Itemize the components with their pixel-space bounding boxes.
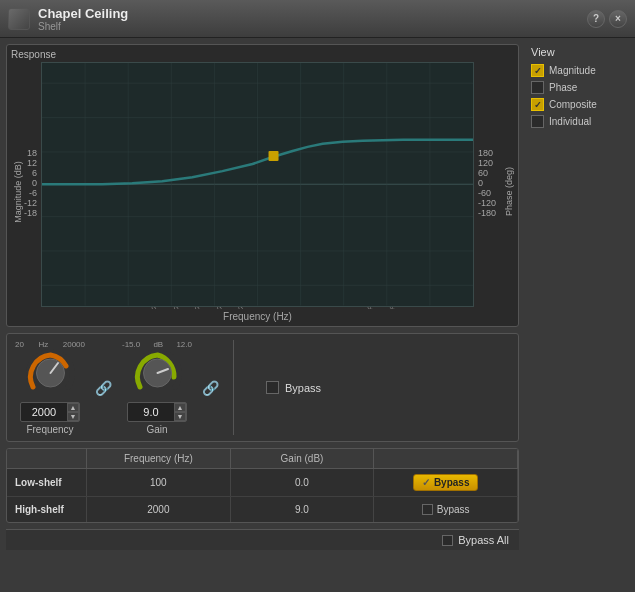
frequency-knob[interactable] <box>23 349 78 394</box>
svg-text:100: 100 <box>144 307 157 309</box>
gain-max: 12.0 <box>176 340 192 349</box>
gain-down[interactable]: ▼ <box>174 412 186 421</box>
sub-title: Shelf <box>38 21 587 32</box>
gain-label: Gain <box>146 424 167 435</box>
view-item-individual[interactable]: Individual <box>531 115 629 128</box>
row2-bypass-cell: Bypass <box>374 497 518 522</box>
bypass-all-group: Bypass All <box>442 534 509 546</box>
gain-knob-svg <box>130 349 185 394</box>
bypass-checkbox[interactable] <box>266 381 279 394</box>
row1-bypass-button[interactable]: ✓ Bypass <box>413 474 479 491</box>
frequency-knob-group: 20 Hz 20000 <box>15 340 85 435</box>
svg-text:50: 50 <box>102 307 113 309</box>
freq-min: 20 <box>15 340 24 349</box>
svg-text:800: 800 <box>231 307 244 309</box>
gain-up[interactable]: ▲ <box>174 403 186 412</box>
svg-text:300: 300 <box>188 307 201 309</box>
table-row: High-shelf 2000 9.0 Bypass <box>7 497 518 522</box>
svg-text:3k: 3k <box>297 307 308 309</box>
chart-area[interactable] <box>41 62 474 307</box>
gain-unit: dB <box>153 340 163 349</box>
gain-knob[interactable] <box>130 349 185 394</box>
frequency-knob-svg <box>23 349 78 394</box>
row1-bypass-cell: ✓ Bypass <box>374 469 518 496</box>
y-axis-right-label: Phase (deg) <box>504 167 514 216</box>
gain-spinners[interactable]: ▲ ▼ <box>174 403 186 421</box>
row2-bypass-button[interactable]: Bypass <box>414 502 478 517</box>
chart-container: Magnitude (dB) 18 12 6 0 -6 -12 -18 <box>11 62 514 322</box>
svg-text:1k: 1k <box>253 307 264 309</box>
title-controls: ? × <box>587 10 627 28</box>
svg-text:20: 20 <box>41 307 47 309</box>
svg-text:2k: 2k <box>274 307 285 309</box>
row2-bypass-checkbox <box>422 504 433 515</box>
svg-text:5k: 5k <box>318 307 329 309</box>
left-panel: Response Magnitude (dB) 18 12 6 0 -6 -12… <box>0 38 525 592</box>
view-item-composite[interactable]: Composite <box>531 98 629 111</box>
frequency-chart <box>42 63 473 306</box>
svg-text:10k: 10k <box>361 307 374 309</box>
row1-name: Low-shelf <box>7 469 87 496</box>
x-axis-ticks: 20 30 50 80 100 200 300 500 800 1k 2k 3k <box>41 307 474 309</box>
bottom-bar: Bypass All <box>6 529 519 550</box>
row2-freq: 2000 <box>87 497 231 522</box>
y-axis-left-label: Magnitude (dB) <box>13 161 23 223</box>
gain-value-box[interactable]: 9.0 ▲ ▼ <box>127 402 187 422</box>
table-header-freq: Frequency (Hz) <box>87 449 231 468</box>
freq-max: 20000 <box>63 340 85 349</box>
row2-gain: 9.0 <box>231 497 375 522</box>
individual-checkbox[interactable] <box>531 115 544 128</box>
frequency-down[interactable]: ▼ <box>67 412 79 421</box>
frequency-spinners[interactable]: ▲ ▼ <box>67 403 79 421</box>
frequency-up[interactable]: ▲ <box>67 403 79 412</box>
y-axis-right-container: 180 120 60 0 -60 -120 -180 Phase (deg) <box>474 62 514 322</box>
close-button[interactable]: × <box>609 10 627 28</box>
table-header-gain: Gain (dB) <box>231 449 375 468</box>
magnitude-label: Magnitude <box>549 65 596 76</box>
table-section: Frequency (Hz) Gain (dB) Low-shelf 100 0… <box>6 448 519 523</box>
controls-section: 20 Hz 20000 <box>6 333 519 442</box>
gain-min: -15.0 <box>122 340 140 349</box>
svg-text:20k: 20k <box>383 307 396 309</box>
table-header-name <box>7 449 87 468</box>
view-item-magnitude[interactable]: Magnitude <box>531 64 629 77</box>
view-label: View <box>531 46 629 58</box>
svg-text:30: 30 <box>80 307 91 309</box>
bypass-group: Bypass <box>266 381 321 394</box>
help-button[interactable]: ? <box>587 10 605 28</box>
frequency-range: 20 Hz 20000 <box>15 340 85 349</box>
main-title: Chapel Ceiling <box>38 6 587 21</box>
bypass-all-label: Bypass All <box>458 534 509 546</box>
table-row: Low-shelf 100 0.0 ✓ Bypass <box>7 469 518 497</box>
row1-freq: 100 <box>87 469 231 496</box>
composite-checkbox[interactable] <box>531 98 544 111</box>
phase-label: Phase <box>549 82 577 93</box>
magnitude-checkbox[interactable] <box>531 64 544 77</box>
frequency-value: 2000 <box>21 405 67 419</box>
svg-text:200: 200 <box>167 307 180 309</box>
frequency-value-box[interactable]: 2000 ▲ ▼ <box>20 402 80 422</box>
response-label: Response <box>11 49 514 60</box>
gain-link-icon[interactable]: 🔗 <box>200 380 221 396</box>
table-header: Frequency (Hz) Gain (dB) <box>7 449 518 469</box>
bypass-all-checkbox[interactable] <box>442 535 453 546</box>
gain-knob-group: -15.0 dB 12.0 <box>122 340 192 435</box>
svg-text:8k: 8k <box>340 307 351 309</box>
freq-unit: Hz <box>38 340 48 349</box>
row2-name: High-shelf <box>7 497 87 522</box>
x-axis-label: Frequency (Hz) <box>41 311 474 322</box>
individual-label: Individual <box>549 116 591 127</box>
frequency-knob-container: 20 Hz 20000 <box>15 340 85 400</box>
view-item-phase[interactable]: Phase <box>531 81 629 94</box>
gain-range: -15.0 dB 12.0 <box>122 340 192 349</box>
frequency-label: Frequency <box>26 424 73 435</box>
phase-checkbox[interactable] <box>531 81 544 94</box>
plugin-icon <box>8 8 30 30</box>
composite-label: Composite <box>549 99 597 110</box>
y-axis-right: 180 120 60 0 -60 -120 -180 <box>474 146 502 238</box>
freq-link-icon[interactable]: 🔗 <box>93 380 114 396</box>
bypass-label: Bypass <box>285 382 321 394</box>
gain-knob-container: -15.0 dB 12.0 <box>122 340 192 400</box>
svg-text:80: 80 <box>123 307 134 309</box>
table-header-bypass <box>374 449 518 468</box>
